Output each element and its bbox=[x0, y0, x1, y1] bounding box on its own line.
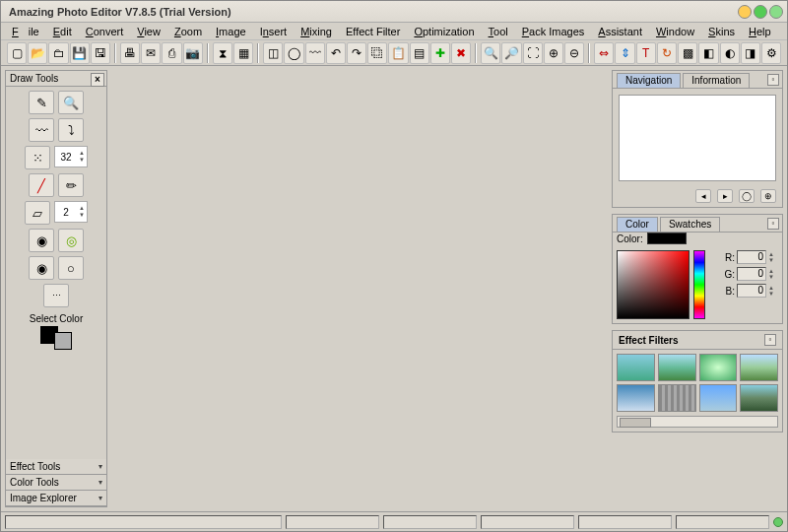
circle-green-tool[interactable]: ◎ bbox=[58, 229, 84, 252]
lasso-icon[interactable]: 〰 bbox=[305, 42, 325, 64]
print-icon[interactable]: 🖶 bbox=[120, 42, 140, 64]
levels-icon[interactable]: ◧ bbox=[698, 42, 718, 64]
menu-optimization[interactable]: Optimization bbox=[409, 25, 479, 38]
timer-icon[interactable]: ⧗ bbox=[213, 42, 232, 64]
menu-insert[interactable]: Insert bbox=[255, 25, 293, 38]
eyedropper-tool[interactable]: ✎ bbox=[29, 91, 54, 114]
color-gradient-picker[interactable] bbox=[617, 250, 690, 319]
line-tool[interactable]: ╱ bbox=[29, 173, 54, 197]
menu-image[interactable]: Image bbox=[211, 25, 251, 38]
ring-tool[interactable]: ○ bbox=[58, 256, 84, 280]
menu-assistant[interactable]: Assistant bbox=[593, 25, 647, 38]
flip-v-icon[interactable]: ⇕ bbox=[615, 42, 634, 64]
redo-icon[interactable]: ↷ bbox=[347, 42, 366, 64]
b-spinner[interactable]: ▲▼ bbox=[768, 285, 778, 297]
brush-tool[interactable]: 〰 bbox=[29, 118, 54, 142]
batch-icon[interactable]: ▦ bbox=[233, 42, 253, 64]
g-value[interactable]: 0 bbox=[737, 267, 766, 281]
save-as-icon[interactable]: 🖫 bbox=[91, 42, 110, 64]
menu-zoom[interactable]: Zoom bbox=[169, 25, 207, 38]
new-file-icon[interactable]: ▢ bbox=[7, 42, 27, 64]
panel-menu-icon[interactable]: ▫ bbox=[767, 74, 779, 86]
current-color-swatch[interactable] bbox=[647, 233, 687, 244]
mail-icon[interactable]: ✉ bbox=[141, 42, 161, 64]
adjust-icon[interactable]: ▩ bbox=[678, 42, 697, 64]
zoom-out-icon[interactable]: 🔎 bbox=[501, 42, 521, 64]
g-spinner[interactable]: ▲▼ bbox=[768, 268, 778, 280]
scan-icon[interactable]: ⎙ bbox=[162, 42, 181, 64]
effect-thumb[interactable] bbox=[699, 354, 738, 381]
expand-arrow-icon[interactable]: ▾ bbox=[98, 494, 102, 502]
panel-menu-icon[interactable]: ▫ bbox=[764, 334, 776, 346]
spray-tool[interactable]: ⁙ bbox=[25, 146, 50, 169]
line-size-spinner[interactable]: ▲▼ bbox=[54, 201, 88, 223]
layers-icon[interactable]: ▤ bbox=[410, 42, 429, 64]
circle-fill-tool[interactable]: ◉ bbox=[29, 229, 54, 252]
image-explorer-header[interactable]: Image Explorer ▾ bbox=[6, 491, 106, 506]
select-rect-icon[interactable]: ◫ bbox=[263, 42, 283, 64]
menu-window[interactable]: Window bbox=[651, 25, 699, 38]
save-icon[interactable]: 💾 bbox=[70, 42, 90, 64]
magnify-tool[interactable]: 🔍 bbox=[58, 91, 84, 114]
maximize-button[interactable] bbox=[754, 5, 767, 19]
expand-arrow-icon[interactable]: ▾ bbox=[98, 478, 102, 487]
menu-edit[interactable]: Edit bbox=[48, 25, 77, 38]
menu-skins[interactable]: Skins bbox=[703, 25, 740, 38]
tab-information[interactable]: Information bbox=[683, 73, 750, 88]
zoom-actual-icon[interactable]: ⊕ bbox=[544, 42, 563, 64]
nav-prev-icon[interactable]: ◂ bbox=[695, 189, 711, 203]
delete-icon[interactable]: ✖ bbox=[451, 42, 471, 64]
contrast-icon[interactable]: ◐ bbox=[720, 42, 740, 64]
hue-slider[interactable] bbox=[693, 250, 705, 319]
zoom-region-icon[interactable]: ⊖ bbox=[564, 42, 584, 64]
zoom-in-icon[interactable]: 🔍 bbox=[481, 42, 500, 64]
curve-tool[interactable]: ⤵ bbox=[58, 118, 84, 142]
effect-thumb[interactable] bbox=[658, 384, 696, 412]
r-value[interactable]: 0 bbox=[737, 250, 766, 264]
minimize-button[interactable] bbox=[738, 5, 752, 19]
tab-navigation[interactable]: Navigation bbox=[617, 73, 681, 88]
crop-icon[interactable]: ✚ bbox=[430, 42, 450, 64]
effect-tools-header[interactable]: Effect Tools ▾ bbox=[6, 459, 106, 475]
flip-h-icon[interactable]: ⇔ bbox=[594, 42, 614, 64]
effect-thumb[interactable] bbox=[658, 354, 696, 381]
close-button[interactable] bbox=[769, 5, 783, 19]
nav-zoom-icon[interactable]: ⊕ bbox=[760, 189, 776, 203]
effect-thumb[interactable] bbox=[617, 384, 655, 412]
effect-thumb[interactable] bbox=[617, 354, 655, 381]
undo-icon[interactable]: ↶ bbox=[326, 42, 346, 64]
nav-fit-icon[interactable]: ◯ bbox=[739, 189, 755, 203]
menu-view[interactable]: View bbox=[132, 25, 165, 38]
menu-pack-images[interactable]: Pack Images bbox=[517, 25, 590, 38]
menu-effect-filter[interactable]: Effect Filter bbox=[341, 25, 405, 38]
navigation-preview[interactable] bbox=[619, 95, 776, 181]
tab-color[interactable]: Color bbox=[617, 217, 658, 232]
histogram-icon[interactable]: ◨ bbox=[741, 42, 760, 64]
line-size-input[interactable] bbox=[55, 207, 77, 218]
expand-arrow-icon[interactable]: ▾ bbox=[98, 462, 102, 471]
nav-next-icon[interactable]: ▸ bbox=[717, 189, 733, 203]
tab-swatches[interactable]: Swatches bbox=[660, 217, 720, 232]
color-tools-header[interactable]: Color Tools ▾ bbox=[6, 475, 106, 491]
settings-icon[interactable]: ⚙ bbox=[761, 42, 781, 64]
text-icon[interactable]: T bbox=[636, 42, 656, 64]
r-spinner[interactable]: ▲▼ bbox=[768, 251, 778, 263]
effect-thumb[interactable] bbox=[740, 384, 778, 412]
canvas-area[interactable] bbox=[107, 66, 612, 511]
b-value[interactable]: 0 bbox=[737, 284, 766, 298]
radial-tool[interactable]: ◉ bbox=[29, 256, 54, 280]
panel-close-icon[interactable]: × bbox=[91, 73, 104, 87]
brush-size-input[interactable] bbox=[55, 152, 77, 163]
more-tools[interactable]: ⋯ bbox=[43, 284, 69, 307]
menu-tool[interactable]: Tool bbox=[484, 25, 513, 38]
eraser-tool[interactable]: ▱ bbox=[25, 201, 50, 225]
brush-size-spinner[interactable]: ▲▼ bbox=[54, 146, 88, 167]
open-file-icon[interactable]: 📂 bbox=[28, 42, 47, 64]
effect-thumb[interactable] bbox=[740, 354, 778, 381]
effect-thumb[interactable] bbox=[699, 384, 738, 412]
paste-icon[interactable]: 📋 bbox=[388, 42, 408, 64]
menu-file[interactable]: File bbox=[7, 25, 44, 38]
menu-convert[interactable]: Convert bbox=[81, 25, 129, 38]
menu-mixing[interactable]: Mixing bbox=[296, 25, 337, 38]
background-color-swatch[interactable] bbox=[54, 332, 72, 350]
